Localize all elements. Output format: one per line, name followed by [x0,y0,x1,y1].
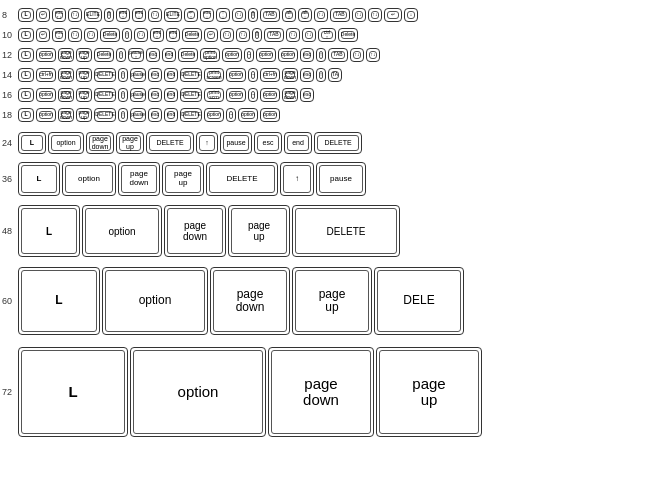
key-row16-0[interactable]: L [18,88,34,102]
key-row18-3[interactable]: page up [76,108,92,122]
key-row14-16[interactable]: ↑ [316,68,326,82]
key-row60-1[interactable]: option [102,267,208,335]
key-row72-3[interactable]: page up [376,347,482,437]
key-row24-8[interactable]: end [284,132,312,154]
key-row16-14[interactable]: page down [282,88,298,102]
key-row72-0[interactable]: L [18,347,128,437]
key-row24-6[interactable]: pause [220,132,252,154]
key-row8-7[interactable]: end ↓ [132,8,146,22]
key-row18-0[interactable]: L [18,108,34,122]
key-row12-7[interactable]: esc [146,48,160,62]
key-row10-5[interactable]: Delete [100,28,120,42]
key-row18-1[interactable]: option [36,108,56,122]
key-row60-4[interactable]: DELE [374,267,464,335]
key-row8-19[interactable]: TAB [330,8,350,22]
key-row14-15[interactable]: esc [300,68,314,82]
key-row36-2[interactable]: page down [118,162,160,196]
key-row16-6[interactable]: pause [130,88,146,102]
key-row16-8[interactable]: end [164,88,178,102]
key-row14-7[interactable]: esc [148,68,162,82]
key-row48-1[interactable]: option [82,205,162,257]
key-row10-12[interactable]: ↑↓ [220,28,234,42]
key-row8-5[interactable]: T [104,8,114,22]
key-row10-17[interactable]: ↑↓ [302,28,316,42]
key-row12-0[interactable]: L [18,48,34,62]
key-row18-2[interactable]: page down [58,108,74,122]
key-row24-2[interactable]: page down [86,132,114,154]
key-row14-10[interactable]: print screen [204,68,224,82]
key-row24-3[interactable]: page up [116,132,144,154]
key-row24-4[interactable]: DELETE [146,132,194,154]
key-row8-20[interactable]: ↑↓ [352,8,366,22]
key-row14-12[interactable]: → [248,68,258,82]
key-row18-6[interactable]: pause [130,108,146,122]
key-row8-0[interactable]: L [18,8,34,22]
key-row8-15[interactable]: TAB [260,8,280,22]
key-row16-5[interactable]: ↑ [118,88,128,102]
key-row12-4[interactable]: Delete [94,48,114,62]
key-row14-2[interactable]: page down [58,68,74,82]
key-row10-0[interactable]: L [18,28,34,42]
key-row48-2[interactable]: page down [164,205,226,257]
key-row8-9[interactable]: ELITE [164,8,182,22]
key-row10-18[interactable]: ctrl ↑ [318,28,336,42]
key-row14-6[interactable]: pause [130,68,146,82]
key-row8-14[interactable]: T [248,8,258,22]
key-row14-11[interactable]: option [226,68,246,82]
key-row18-11[interactable]: → [226,108,236,122]
key-row16-2[interactable]: page down [58,88,74,102]
key-row36-4[interactable]: DELETE [206,162,278,196]
key-row14-13[interactable]: ctrl+fn [260,68,280,82]
key-row48-3[interactable]: page up [228,205,290,257]
key-row12-18[interactable]: ↑↓ [350,48,364,62]
key-row8-17[interactable]: alt ↓ [298,8,312,22]
key-row60-3[interactable]: page up [292,267,372,335]
key-row14-0[interactable]: L [18,68,34,82]
key-row12-17[interactable]: TAB [328,48,348,62]
key-row48-4[interactable]: DELETE [292,205,400,257]
key-row10-9[interactable]: end ↓ [166,28,180,42]
key-row48-0[interactable]: L [18,205,80,257]
key-row14-17[interactable]: TA [328,68,342,82]
key-row12-16[interactable]: ↑ [316,48,326,62]
key-row10-10[interactable]: Delete [182,28,202,42]
key-row8-11[interactable]: esc ↓ [200,8,214,22]
key-row36-1[interactable]: option [62,162,116,196]
key-row8-6[interactable]: end ↑ [116,8,130,22]
key-row24-1[interactable]: option [48,132,84,154]
key-row8-3[interactable]: ↑↓ [68,8,82,22]
key-row10-1[interactable]: ↵ [36,28,50,42]
key-row12-9[interactable]: Delete [178,48,198,62]
key-row16-11[interactable]: option [226,88,246,102]
key-row36-3[interactable]: page up [162,162,204,196]
key-row24-7[interactable]: esc [254,132,282,154]
key-row10-19[interactable]: Delete [338,28,358,42]
key-row16-9[interactable]: DELETE [180,88,202,102]
key-row10-4[interactable]: ↑↓ [84,28,98,42]
key-row16-13[interactable]: option [260,88,280,102]
key-row8-22[interactable]: ↵ [384,8,402,22]
key-row16-12[interactable]: → [248,88,258,102]
key-row24-9[interactable]: DELETE [314,132,362,154]
key-row14-5[interactable]: ↑ [118,68,128,82]
key-row12-11[interactable]: option [222,48,242,62]
key-row18-4[interactable]: DELETE [94,108,116,122]
key-row24-5[interactable]: ↑ [196,132,218,154]
key-row10-8[interactable]: end ↑ [150,28,164,42]
key-row12-3[interactable]: page up [76,48,92,62]
key-row12-14[interactable]: option [278,48,298,62]
key-row12-5[interactable]: ↑ [116,48,126,62]
key-row8-8[interactable]: ↑↓ [148,8,162,22]
key-row16-10[interactable]: print scrn [204,88,224,102]
key-row8-4[interactable]: ELITE [84,8,102,22]
key-row14-9[interactable]: DELETE [180,68,202,82]
key-row8-21[interactable]: ↑↓ [368,8,382,22]
key-row10-14[interactable]: T [252,28,262,42]
key-row10-2[interactable]: esc ↑ [52,28,66,42]
key-row12-8[interactable]: end [162,48,176,62]
key-row18-5[interactable]: ↑ [118,108,128,122]
key-row18-12[interactable]: option [238,108,258,122]
key-row18-8[interactable]: end [164,108,178,122]
key-row36-0[interactable]: L [18,162,60,196]
key-row14-14[interactable]: page down [282,68,298,82]
